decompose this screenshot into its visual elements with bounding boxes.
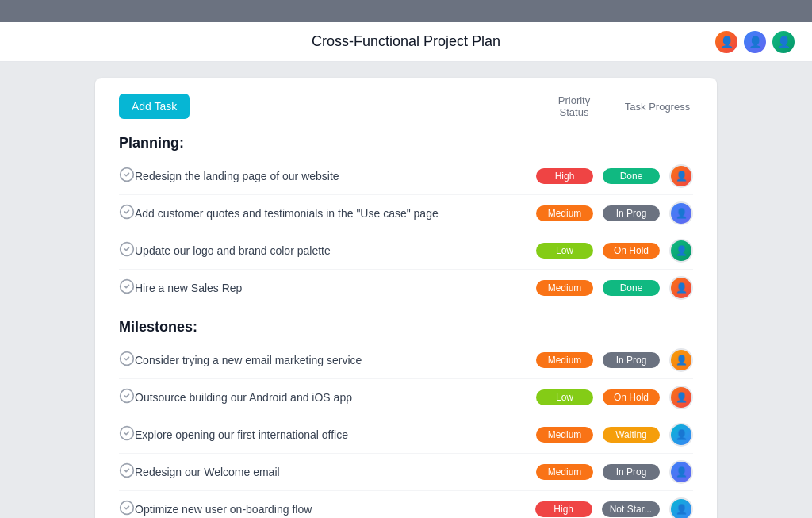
check-icon [119,204,135,223]
card-header: Add Task Priority Status Task Progress [119,94,693,119]
task-controls: MediumIn Prog👤 [536,201,693,225]
header: Cross-Functional Project Plan 👤 👤 👤 [0,22,812,62]
task-name: Optimize new user on-boarding flow [135,503,535,516]
priority-badge[interactable]: Medium [536,280,593,296]
task-name: Redesign the landing page of our website [135,170,536,182]
table-row[interactable]: Consider trying a new email marketing se… [119,342,693,379]
priority-badge[interactable]: High [535,501,592,517]
avatar[interactable]: 👤 [669,276,693,300]
status-badge[interactable]: In Prog [603,205,660,221]
column-headers: Priority Status Task Progress [542,94,693,118]
main-content: Add Task Priority Status Task Progress P… [0,62,812,518]
avatar-2[interactable]: 👤 [742,29,768,55]
table-row[interactable]: Optimize new user on-boarding flowHighNo… [119,491,693,518]
avatar-3[interactable]: 👤 [771,29,796,55]
header-avatars: 👤 👤 👤 [714,29,796,55]
avatar[interactable]: 👤 [669,348,693,372]
section-title-1: Milestones: [119,319,693,336]
task-name: Outsource building our Android and iOS a… [135,391,536,404]
table-row[interactable]: Outsource building our Android and iOS a… [119,379,693,416]
priority-badge[interactable]: Medium [536,352,593,368]
avatar[interactable]: 👤 [669,460,693,484]
avatar[interactable]: 👤 [669,239,693,263]
priority-badge[interactable]: Low [536,389,593,405]
progress-column-header: Task Progress [622,101,693,113]
avatar[interactable]: 👤 [669,164,693,188]
check-icon [119,241,135,260]
check-icon [119,278,135,297]
task-name: Explore opening our first international … [135,428,536,441]
table-row[interactable]: Explore opening our first international … [119,416,693,454]
page-title: Cross-Functional Project Plan [312,33,500,50]
priority-badge[interactable]: High [536,168,593,184]
section-title-0: Planning: [119,135,693,152]
task-controls: LowOn Hold👤 [536,239,693,263]
priority-column-header: Priority Status [542,94,606,118]
task-controls: MediumIn Prog👤 [536,460,693,484]
task-name: Add customer quotes and testimonials in … [135,207,536,220]
check-icon [119,388,135,407]
status-badge[interactable]: Done [603,280,660,296]
table-row[interactable]: Update our logo and brand color paletteL… [119,232,693,270]
task-name: Update our logo and brand color palette [135,244,536,257]
status-badge[interactable]: In Prog [603,464,660,480]
check-icon [119,425,135,444]
status-badge[interactable]: Waiting [603,427,660,443]
status-badge[interactable]: Done [603,168,660,184]
status-badge[interactable]: On Hold [603,389,660,405]
table-row[interactable]: Add customer quotes and testimonials in … [119,195,693,232]
task-controls: HighNot Star...👤 [535,497,693,518]
check-icon [119,351,135,370]
priority-badge[interactable]: Low [536,243,593,259]
section-1: Milestones: Consider trying a new email … [119,319,693,518]
task-controls: MediumIn Prog👤 [536,348,693,372]
check-icon [119,462,135,482]
avatar-1[interactable]: 👤 [714,29,739,55]
avatar[interactable]: 👤 [669,201,693,225]
avatar[interactable]: 👤 [669,386,693,409]
sections-container: Planning: Redesign the landing page of o… [119,135,693,518]
table-row[interactable]: Redesign the landing page of our website… [119,158,693,195]
task-controls: LowOn Hold👤 [536,386,693,409]
table-row[interactable]: Redesign our Welcome emailMediumIn Prog👤 [119,454,693,491]
priority-badge[interactable]: Medium [536,205,593,221]
avatar[interactable]: 👤 [669,497,693,518]
status-badge[interactable]: Not Star... [602,501,660,517]
top-bar [0,0,812,22]
avatar[interactable]: 👤 [669,423,693,447]
status-badge[interactable]: In Prog [603,352,660,368]
task-name: Redesign our Welcome email [135,466,536,478]
task-name: Consider trying a new email marketing se… [135,354,536,366]
check-icon [119,500,135,518]
priority-badge[interactable]: Medium [536,464,593,480]
task-controls: HighDone👤 [536,164,693,188]
table-row[interactable]: Hire a new Sales RepMediumDone👤 [119,270,693,306]
task-controls: MediumDone👤 [536,276,693,300]
project-card: Add Task Priority Status Task Progress P… [95,78,717,518]
status-badge[interactable]: On Hold [603,243,660,259]
task-controls: MediumWaiting👤 [536,423,693,447]
priority-badge[interactable]: Medium [536,427,593,443]
check-icon [119,167,135,186]
section-0: Planning: Redesign the landing page of o… [119,135,693,306]
task-name: Hire a new Sales Rep [135,282,536,294]
add-task-button[interactable]: Add Task [119,94,190,119]
